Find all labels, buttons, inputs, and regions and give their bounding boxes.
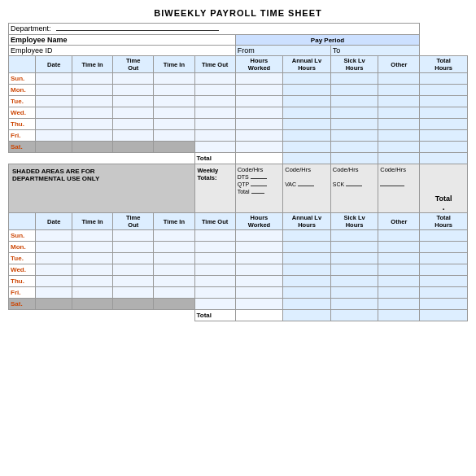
timeout-cell[interactable] (113, 73, 154, 85)
pay-period-label: Pay Period (235, 35, 420, 46)
col-date-w2: Date (36, 213, 72, 230)
other-cell[interactable] (378, 73, 420, 85)
day-tue-w2: Tue. (9, 253, 36, 264)
shaded-section-row: SHADED AREAS ARE FORDEPARTMENTAL USE ONL… (9, 164, 468, 213)
col-sick-lv: Sick LvHours (330, 56, 378, 73)
day-wed-w2: Wed. (9, 264, 36, 276)
col-timeout-w2: TimeOut (113, 213, 154, 230)
annual-cell[interactable] (283, 73, 331, 85)
col-total-hours: TotalHours (420, 56, 468, 73)
code-hrs-4: Code/Hrs (378, 164, 420, 213)
day-thu-w2: Thu. (9, 276, 36, 287)
total-label-w1: Total (194, 153, 235, 164)
table-row: Fri. (9, 130, 468, 142)
col-timeout2: Time Out (194, 56, 235, 73)
sick-cell[interactable] (330, 73, 378, 85)
day-fri-w1: Fri. (9, 130, 36, 142)
timein-cell[interactable] (72, 73, 113, 85)
day-tue-w1: Tue. (9, 96, 36, 107)
employee-id-row: Employee ID From To (9, 46, 468, 56)
employee-id-label: Employee ID (9, 46, 236, 56)
day-fri-w2: Fri. (9, 287, 36, 299)
timeout2-cell[interactable] (194, 73, 235, 85)
weekly-totals-cell: WeeklyTotals: (194, 164, 235, 213)
total-bold-cell: Total . (420, 164, 468, 213)
col-timein-w2: Time In (72, 213, 113, 230)
col-timein: Time In (72, 56, 113, 73)
employee-payperiod-row: Employee Name Pay Period (9, 35, 468, 46)
day-thu-w1: Thu. (9, 119, 36, 130)
col-timein2: Time In (154, 56, 194, 73)
col-timein2-w2: Time In (154, 213, 194, 230)
total-row-w1: Total (9, 153, 468, 164)
code-hrs-2: Code/Hrs VAC (283, 164, 331, 213)
table-row: Sun. (9, 73, 468, 85)
total-label-w2: Total (194, 310, 235, 321)
employee-name-label: Employee Name (9, 35, 236, 46)
timein2-cell[interactable] (154, 73, 194, 85)
day-mon-w2: Mon. (9, 242, 36, 253)
table-row: Fri. (9, 287, 468, 299)
code-hrs-3: Code/Hrs SCK (330, 164, 378, 213)
table-row: Wed. (9, 107, 468, 119)
col-timeout2-w2: Time Out (194, 213, 235, 230)
table-row: Wed. (9, 264, 468, 276)
day-sun-w2: Sun. (9, 230, 36, 242)
total-row-w2: Total (9, 310, 468, 321)
col-empty (9, 56, 36, 73)
col-total-w2: TotalHours (420, 213, 468, 230)
table-row: Sat. (9, 299, 468, 310)
col-sick-w2: Sick LvHours (330, 213, 378, 230)
day-sat-w2: Sat. (9, 299, 36, 310)
date-cell[interactable] (36, 73, 72, 85)
table-row: Sat. (9, 142, 468, 153)
table-row: Sun. (9, 230, 468, 242)
table-row: Thu. (9, 119, 468, 130)
day-mon-w1: Mon. (9, 85, 36, 96)
col-annual-lv: Annual LvHours (283, 56, 331, 73)
col-timeout: TimeOut (113, 56, 154, 73)
department-label: Department: (11, 24, 51, 33)
day-sat-w1: Sat. (9, 142, 36, 153)
shaded-label: SHADED AREAS ARE FORDEPARTMENTAL USE ONL… (9, 164, 195, 213)
col-annual-w2: Annual LvHours (283, 213, 331, 230)
day-sun-w1: Sun. (9, 73, 36, 85)
col-other: Other (378, 56, 420, 73)
table-row: Mon. (9, 242, 468, 253)
total-cell[interactable] (420, 73, 468, 85)
table-row: Tue. (9, 253, 468, 264)
day-wed-w1: Wed. (9, 107, 36, 119)
page-title: BIWEEKLY PAYROLL TIME SHEET (8, 8, 468, 18)
col-other-w2: Other (378, 213, 420, 230)
code-hrs-1: Code/Hrs DTS QTP Total (235, 164, 283, 213)
hours-cell[interactable] (235, 73, 283, 85)
table-row: Tue. (9, 96, 468, 107)
col-hours-worked: HoursWorked (235, 56, 283, 73)
col-date: Date (36, 56, 72, 73)
column-headers-row: Date Time In TimeOut Time In Time Out Ho… (9, 56, 468, 73)
table-row: Mon. (9, 85, 468, 96)
department-row: Department: (9, 24, 468, 35)
to-label: To (330, 46, 420, 56)
column-headers-row-w2: Date Time In TimeOut Time In Time Out Ho… (9, 213, 468, 230)
from-label: From (235, 46, 330, 56)
table-row: Thu. (9, 276, 468, 287)
col-hours-w2: HoursWorked (235, 213, 283, 230)
